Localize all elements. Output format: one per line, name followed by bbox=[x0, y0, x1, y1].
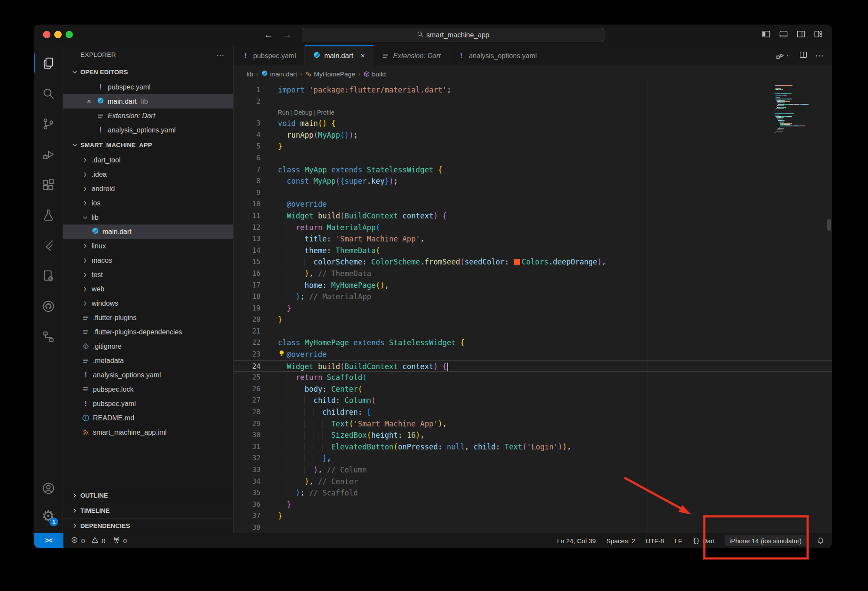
code-line-7[interactable]: 7class MyApp extends StatelessWidget { bbox=[234, 164, 832, 176]
close-tab-icon[interactable]: × bbox=[360, 52, 365, 60]
tree-folder-macos[interactable]: macos bbox=[63, 253, 233, 267]
code-line-5[interactable]: 5} bbox=[234, 141, 832, 152]
code-line-26[interactable]: 26 body: Center( bbox=[234, 383, 832, 395]
activity-item-github[interactable] bbox=[34, 291, 63, 321]
tree-file--gitignore[interactable]: .gitignore bbox=[63, 339, 233, 353]
activity-item-search[interactable] bbox=[34, 78, 63, 109]
code-line-32[interactable]: 32 ], bbox=[234, 452, 832, 464]
project-root-header[interactable]: SMART_MACHINE_APP bbox=[63, 137, 233, 153]
back-arrow-icon[interactable]: ← bbox=[264, 30, 273, 40]
remote-indicator[interactable]: >< bbox=[34, 533, 63, 548]
breadcrumb-myhomepage[interactable]: MyHomePage bbox=[305, 70, 355, 78]
tree-folder-lib[interactable]: lib bbox=[63, 210, 233, 225]
open-editor-main-dart[interactable]: ×main.dartlib bbox=[63, 94, 233, 109]
code-line-33[interactable]: 33 ), // Column bbox=[234, 464, 832, 476]
tree-folder-windows[interactable]: windows bbox=[63, 296, 233, 310]
section-outline[interactable]: OUTLINE bbox=[63, 488, 233, 503]
section-timeline[interactable]: TIMELINE bbox=[63, 503, 233, 518]
code-line-8[interactable]: 8 const MyApp({super.key}); bbox=[234, 175, 832, 187]
layout-sidebar-right-button[interactable] bbox=[796, 29, 806, 41]
code-line-11[interactable]: 11 Widget build(BuildContext context) { bbox=[234, 210, 832, 222]
breadcrumb-main-dart[interactable]: main.dart bbox=[261, 70, 297, 78]
code-line-27[interactable]: 27 child: Column( bbox=[234, 395, 832, 406]
device-selector[interactable]: iPhone 14 (ios simulator) bbox=[725, 535, 806, 546]
code-line-19[interactable]: 19 } bbox=[234, 303, 832, 314]
open-editors-header[interactable]: OPEN EDITORS bbox=[63, 64, 233, 80]
tree-file--flutter-plugins-dependencies[interactable]: .flutter-plugins-dependencies bbox=[63, 325, 233, 339]
activity-item-testing[interactable] bbox=[34, 200, 63, 230]
run-and-debug-button[interactable] bbox=[775, 50, 792, 61]
code-line-37[interactable]: 37} bbox=[234, 510, 832, 522]
tree-file-pubspec-yaml[interactable]: !pubspec.yaml bbox=[63, 396, 233, 411]
language-mode[interactable]: {} Dart bbox=[693, 537, 715, 545]
activity-item-flutter[interactable] bbox=[34, 230, 63, 261]
code-editor[interactable]: 1import 'package:flutter/material.dart';… bbox=[234, 82, 832, 533]
tree-file-main-dart[interactable]: main.dart bbox=[63, 225, 233, 239]
activity-item-run-debug[interactable] bbox=[34, 139, 63, 169]
layout-sidebar-left-button[interactable] bbox=[761, 29, 771, 41]
code-line-23[interactable]: 23@override bbox=[234, 349, 832, 360]
open-editor-analysis-options-yaml[interactable]: !analysis_options.yaml bbox=[63, 123, 233, 137]
minimap[interactable] bbox=[775, 85, 826, 136]
code-line-18[interactable]: 18 ); // MaterialApp bbox=[234, 291, 832, 303]
code-line-1[interactable]: 1import 'package:flutter/material.dart'; bbox=[234, 84, 832, 96]
activity-item-account[interactable] bbox=[34, 474, 63, 502]
tree-folder-android[interactable]: android bbox=[63, 182, 233, 196]
code-line-30[interactable]: 30 SizedBox(height: 16), bbox=[234, 429, 832, 441]
activity-item-project-tree[interactable] bbox=[34, 321, 63, 352]
open-editor-extension-dart[interactable]: Extension: Dart bbox=[63, 109, 233, 123]
tab-analysis-options-yaml[interactable]: !analysis_options.yaml bbox=[449, 45, 546, 66]
code-line-24[interactable]: 24 Widget build(BuildContext context) { bbox=[234, 360, 832, 372]
code-line-22[interactable]: 22class MyHomePage extends StatelessWidg… bbox=[234, 337, 832, 349]
minimize-window-button[interactable] bbox=[54, 31, 62, 38]
code-line-6[interactable]: 6 bbox=[234, 152, 832, 164]
codelens-run[interactable]: Run bbox=[278, 109, 289, 116]
code-line-2[interactable]: 2 bbox=[234, 96, 832, 108]
code-line-28[interactable]: 28 children: [ bbox=[234, 406, 832, 418]
code-line-17[interactable]: 17 home: MyHomePage(), bbox=[234, 280, 832, 291]
tab-main-dart[interactable]: main.dart× bbox=[305, 45, 374, 66]
layout-custom-button[interactable] bbox=[813, 29, 823, 41]
code-line-12[interactable]: 12 return MaterialApp( bbox=[234, 222, 832, 234]
section-dependencies[interactable]: DEPENDENCIES bbox=[63, 518, 233, 533]
close-window-button[interactable] bbox=[43, 31, 50, 38]
zoom-window-button[interactable] bbox=[66, 31, 73, 38]
code-line-3[interactable]: 3void main() { bbox=[234, 118, 832, 129]
code-line-16[interactable]: 16 ), // ThemeData bbox=[234, 268, 832, 280]
tab-extension-dart[interactable]: Extension: Dart bbox=[373, 45, 449, 66]
activity-item-settings[interactable]: ⚙1 bbox=[34, 502, 63, 530]
scrollbar-thumb[interactable] bbox=[827, 219, 831, 231]
code-line-9[interactable]: 9 bbox=[234, 187, 832, 199]
tab-pubspec-yaml[interactable]: !pubspec.yaml bbox=[234, 45, 305, 66]
code-line-21[interactable]: 21 bbox=[234, 326, 832, 337]
layout-panel-button[interactable] bbox=[779, 29, 789, 41]
code-line-38[interactable]: 38 bbox=[234, 522, 832, 533]
activity-item-explorer[interactable] bbox=[34, 48, 63, 78]
lightbulb-icon[interactable] bbox=[278, 349, 287, 360]
cursor-position[interactable]: Ln 24, Col 39 bbox=[557, 537, 596, 545]
tree-file-readme-md[interactable]: README.md bbox=[63, 411, 233, 425]
close-editor-icon[interactable]: × bbox=[85, 97, 93, 106]
split-editor-button[interactable] bbox=[799, 50, 808, 61]
code-line-4[interactable]: 4 runApp(MyApp()); bbox=[234, 129, 832, 141]
tree-folder-ios[interactable]: ios bbox=[63, 196, 233, 210]
tree-folder--idea[interactable]: .idea bbox=[63, 167, 233, 182]
forward-arrow-icon[interactable]: → bbox=[283, 30, 292, 40]
activity-item-code-runner[interactable] bbox=[34, 261, 63, 291]
code-line-25[interactable]: 25 return Scaffold( bbox=[234, 372, 832, 383]
more-actions-icon[interactable]: ⋯ bbox=[216, 50, 225, 60]
code-line-14[interactable]: 14 theme: ThemeData( bbox=[234, 245, 832, 257]
tree-file--metadata[interactable]: .metadata bbox=[63, 353, 233, 368]
codelens-debug[interactable]: Debug bbox=[294, 109, 312, 116]
code-line-35[interactable]: 35 ); // Scaffold bbox=[234, 487, 832, 499]
tree-folder-web[interactable]: web bbox=[63, 282, 233, 296]
code-line-36[interactable]: 36 } bbox=[234, 499, 832, 511]
tree-file--flutter-plugins[interactable]: .flutter-plugins bbox=[63, 310, 233, 325]
tree-file-analysis-options-yaml[interactable]: !analysis_options.yaml bbox=[63, 368, 233, 382]
tree-file-smart-machine-app-iml[interactable]: smart_machine_app.iml bbox=[63, 425, 233, 439]
code-line-20[interactable]: 20} bbox=[234, 314, 832, 326]
ports-status[interactable]: 0 bbox=[112, 536, 127, 545]
code-line-34[interactable]: 34 ), // Center bbox=[234, 476, 832, 488]
tree-file-pubspec-lock[interactable]: pubspec.lock bbox=[63, 382, 233, 396]
code-line-31[interactable]: 31 ElevatedButton(onPressed: null, child… bbox=[234, 441, 832, 453]
